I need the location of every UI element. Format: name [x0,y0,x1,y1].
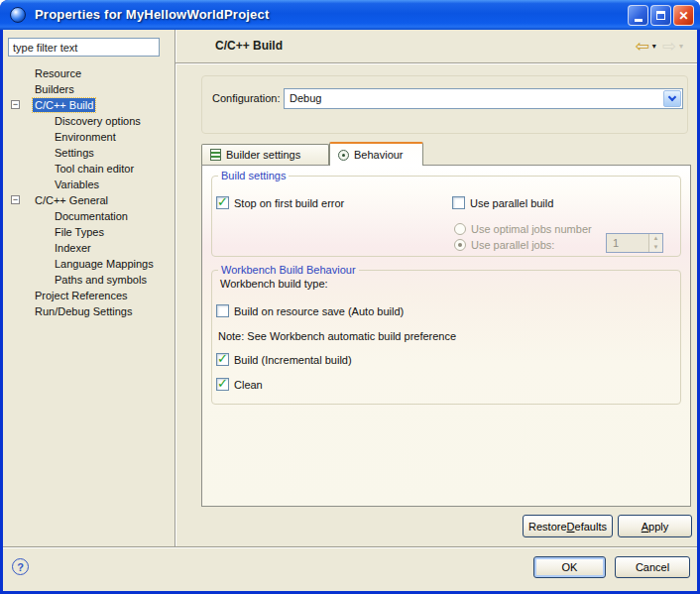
configuration-label: Configuration: [212,92,281,104]
tree-item-label: Documentation [53,209,130,223]
header-separator [175,62,697,64]
clean-row: ✓ Clean [216,377,263,392]
tree-item-settings[interactable]: Settings [3,145,174,161]
help-icon: ? [17,561,24,573]
tab-builder-settings[interactable]: Builder settings [201,144,329,165]
checkbox-label: Build (Incremental build) [234,354,352,366]
build-on-save-checkbox[interactable] [216,304,229,317]
workbench-build-type-label: Workbench build type: [220,278,328,290]
window-title: Properties for MyHellowWorldProject [35,7,269,22]
tree-item-label: Settings [53,146,96,160]
clean-checkbox[interactable]: ✓ [216,378,229,391]
tree-item-variables[interactable]: Variables [3,177,174,192]
page-title: C/C++ Build [215,39,283,53]
dialog-client-area: Resource Builders −C/C++ Build Discovery… [3,30,697,591]
ok-button[interactable]: OK [533,556,606,578]
behaviour-icon [338,150,349,161]
panel-divider [175,30,176,547]
configuration-group: Configuration: Debug [201,75,688,134]
help-button[interactable]: ? [12,558,29,575]
checkbox-label: Use parallel build [470,197,553,209]
configuration-select[interactable]: Debug [284,88,683,109]
history-nav: ⇦ ▾ ⇨ ▾ [635,38,687,55]
tree-item-label: Paths and symbols [53,273,149,287]
radio-label: Use optimal jobs number [471,223,592,235]
tree-item-cpp-general[interactable]: −C/C++ General [3,192,174,208]
tab-label: Behaviour [354,149,404,161]
check-icon: ✓ [217,376,228,391]
tree-item-environment[interactable]: Environment [3,129,174,145]
eclipse-app-icon [10,7,26,23]
tree-item-builders[interactable]: Builders [3,81,174,97]
back-menu-caret-icon[interactable]: ▾ [652,42,656,51]
close-icon: ✕ [678,10,688,22]
check-icon: ✓ [217,194,228,209]
tree-item-project-references[interactable]: Project References [3,288,174,303]
tree-item-documentation[interactable]: Documentation [3,208,174,224]
chevron-down-icon [668,93,676,101]
workbench-note: Note: See Workbench automatic build pref… [218,330,456,342]
tree-item-label: Environment [53,130,118,144]
build-incremental-checkbox[interactable]: ✓ [216,353,229,366]
behaviour-tab-panel: Build settings ✓ Stop on first build err… [201,165,691,507]
spinner-up-icon[interactable]: ▲ [649,234,662,243]
tree-item-label: Project References [33,289,130,302]
minimize-icon [635,19,642,22]
maximize-button[interactable] [650,5,671,26]
tree-item-label: Variables [53,178,101,191]
use-parallel-build-checkbox[interactable] [452,196,465,209]
minimize-button[interactable] [628,5,648,26]
tree-item-language-mappings[interactable]: Language Mappings [3,256,174,272]
tree-item-label: Builders [33,82,76,96]
tree-item-label: Tool chain editor [53,162,136,176]
tree-item-cpp-build[interactable]: −C/C++ Build [3,97,174,113]
combo-dropdown-button[interactable] [663,90,681,107]
footer-separator [3,546,697,548]
tree-item-label: Discovery options [53,114,143,128]
title-bar[interactable]: Properties for MyHellowWorldProject ✕ [0,0,700,30]
use-parallel-jobs-radio[interactable] [454,239,466,251]
spinner-buttons[interactable]: ▲ ▼ [648,234,662,252]
tab-label: Builder settings [226,149,300,161]
stop-on-first-error-row: ✓ Stop on first build error [216,195,344,210]
apply-button[interactable]: Apply [618,515,692,537]
tree-item-file-types[interactable]: File Types [3,224,174,240]
maximize-icon [656,11,665,20]
use-parallel-jobs-row: Use parallel jobs: [454,237,554,252]
radio-label: Use parallel jobs: [471,239,554,251]
checkbox-label: Stop on first build error [234,197,344,209]
tree-item-resource[interactable]: Resource [3,65,174,81]
properties-tree: Resource Builders −C/C++ Build Discovery… [3,30,175,545]
tree-item-indexer[interactable]: Indexer [3,240,174,256]
forward-arrow-icon[interactable]: ⇨ [662,38,676,55]
collapse-icon[interactable]: − [11,195,20,204]
group-title: Build settings [218,170,289,181]
parallel-jobs-spinner[interactable]: 1 ▲ ▼ [606,233,663,253]
use-parallel-build-row: Use parallel build [452,195,553,210]
checkbox-label: Build on resource save (Auto build) [234,305,404,317]
tree-item-label: File Types [53,225,106,239]
tree-item-paths-and-symbols[interactable]: Paths and symbols [3,272,174,288]
tab-behaviour[interactable]: Behaviour [329,142,423,166]
collapse-icon[interactable]: − [11,100,20,109]
tree-item-tool-chain-editor[interactable]: Tool chain editor [3,161,174,177]
build-on-save-row: Build on resource save (Auto build) [216,303,404,318]
stop-on-first-error-checkbox[interactable]: ✓ [216,196,229,209]
back-arrow-icon[interactable]: ⇦ [635,38,648,55]
forward-menu-caret-icon[interactable]: ▾ [679,42,683,51]
properties-dialog-window: Properties for MyHellowWorldProject ✕ Re… [0,0,700,594]
restore-defaults-button[interactable]: Restore Defaults [523,515,613,537]
build-incremental-row: ✓ Build (Incremental build) [216,352,352,367]
tree-item-run-debug-settings[interactable]: Run/Debug Settings [3,303,174,319]
cancel-button[interactable]: Cancel [615,556,690,578]
tree-item-discovery-options[interactable]: Discovery options [3,113,174,129]
tree-item-label: Language Mappings [53,257,156,271]
tree-item-label: C/C++ General [33,193,110,207]
close-button[interactable]: ✕ [673,5,694,26]
spinner-down-icon[interactable]: ▼ [649,243,662,252]
tree-item-label: C/C++ Build [33,98,95,112]
check-icon: ✓ [217,351,228,366]
configuration-value: Debug [290,92,321,104]
tree-item-label: Resource [33,66,83,80]
use-optimal-jobs-radio[interactable] [454,223,466,235]
